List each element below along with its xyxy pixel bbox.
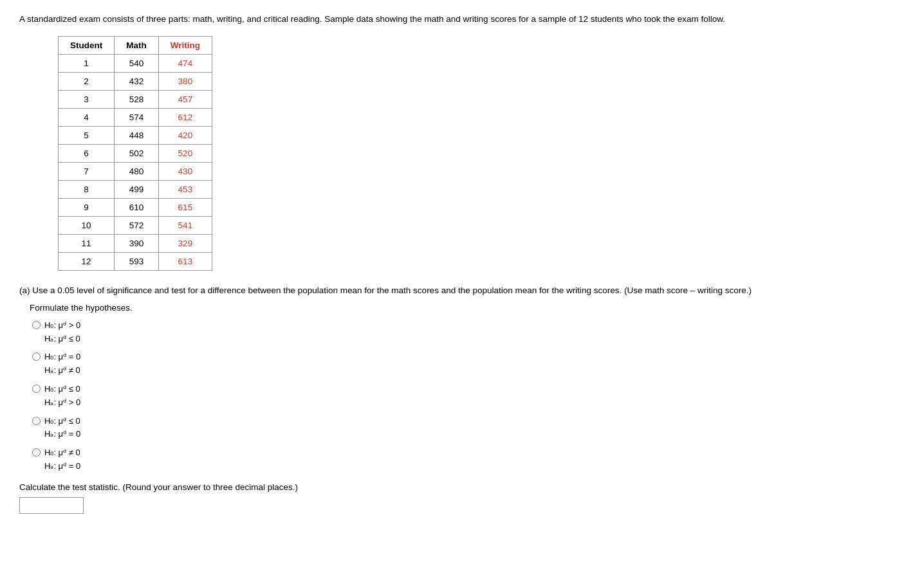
cell-writing: 457	[158, 91, 212, 109]
hypothesis-option-1: H₀: μᵈ > 0Hₐ: μᵈ ≤ 0	[32, 319, 905, 346]
h0-text-4: H₀: μᵈ ≤ 0	[44, 415, 80, 428]
calc-label: Calculate the test statistic. (Round you…	[19, 482, 905, 492]
hypothesis-radio-4[interactable]	[32, 417, 41, 425]
cell-student: 5	[59, 127, 115, 145]
cell-writing: 612	[158, 109, 212, 127]
cell-writing: 453	[158, 181, 212, 199]
cell-math: 540	[115, 55, 159, 73]
cell-writing: 329	[158, 235, 212, 253]
cell-student: 6	[59, 145, 115, 163]
data-table: Student Math Writing 1540474243238035284…	[58, 36, 212, 271]
table-row: 5448420	[59, 127, 212, 145]
cell-math: 499	[115, 181, 159, 199]
h0-text-5: H₀: μᵈ ≠ 0	[44, 446, 80, 460]
cell-student: 10	[59, 217, 115, 235]
cell-student: 8	[59, 181, 115, 199]
hypothesis-radio-1[interactable]	[32, 321, 41, 329]
hypotheses-group: H₀: μᵈ > 0Hₐ: μᵈ ≤ 0H₀: μᵈ = 0Hₐ: μᵈ ≠ 0…	[32, 319, 905, 473]
table-row: 4574612	[59, 109, 212, 127]
table-row: 3528457	[59, 91, 212, 109]
cell-math: 528	[115, 91, 159, 109]
cell-writing: 430	[158, 163, 212, 181]
part-a-label: (a) Use a 0.05 level of significance and…	[19, 284, 905, 298]
cell-math: 593	[115, 253, 159, 271]
col-header-student: Student	[59, 37, 115, 55]
h0-text-3: H₀: μᵈ ≤ 0	[44, 383, 80, 396]
table-row: 1540474	[59, 55, 212, 73]
cell-student: 11	[59, 235, 115, 253]
ha-text-3: Hₐ: μᵈ > 0	[44, 396, 80, 410]
cell-student: 4	[59, 109, 115, 127]
cell-writing: 420	[158, 127, 212, 145]
cell-math: 610	[115, 199, 159, 217]
intro-text: A standardized exam consists of three pa…	[19, 13, 905, 26]
hypothesis-option-2: H₀: μᵈ = 0Hₐ: μᵈ ≠ 0	[32, 350, 905, 378]
cell-math: 480	[115, 163, 159, 181]
cell-student: 12	[59, 253, 115, 271]
h0-text-2: H₀: μᵈ = 0	[44, 350, 80, 364]
col-header-writing: Writing	[158, 37, 212, 55]
cell-writing: 474	[158, 55, 212, 73]
table-row: 11390329	[59, 235, 212, 253]
ha-text-1: Hₐ: μᵈ ≤ 0	[44, 332, 80, 346]
cell-math: 432	[115, 73, 159, 91]
cell-writing: 613	[158, 253, 212, 271]
table-row: 6502520	[59, 145, 212, 163]
test-statistic-input[interactable]	[19, 497, 84, 514]
cell-math: 574	[115, 109, 159, 127]
col-header-math: Math	[115, 37, 159, 55]
cell-math: 390	[115, 235, 159, 253]
table-row: 10572541	[59, 217, 212, 235]
hypothesis-radio-5[interactable]	[32, 448, 41, 457]
ha-text-4: Hₐ: μᵈ = 0	[44, 428, 80, 441]
cell-student: 7	[59, 163, 115, 181]
cell-writing: 380	[158, 73, 212, 91]
hypothesis-option-5: H₀: μᵈ ≠ 0Hₐ: μᵈ = 0	[32, 446, 905, 473]
table-row: 2432380	[59, 73, 212, 91]
cell-math: 448	[115, 127, 159, 145]
hypothesis-option-3: H₀: μᵈ ≤ 0Hₐ: μᵈ > 0	[32, 383, 905, 410]
hypothesis-radio-2[interactable]	[32, 352, 41, 361]
cell-writing: 615	[158, 199, 212, 217]
cell-writing: 541	[158, 217, 212, 235]
data-table-container: Student Math Writing 1540474243238035284…	[58, 36, 905, 271]
table-row: 9610615	[59, 199, 212, 217]
cell-math: 502	[115, 145, 159, 163]
hypothesis-option-4: H₀: μᵈ ≤ 0Hₐ: μᵈ = 0	[32, 415, 905, 442]
cell-student: 2	[59, 73, 115, 91]
hypothesis-radio-3[interactable]	[32, 385, 41, 393]
cell-student: 3	[59, 91, 115, 109]
cell-writing: 520	[158, 145, 212, 163]
cell-student: 9	[59, 199, 115, 217]
cell-math: 572	[115, 217, 159, 235]
cell-student: 1	[59, 55, 115, 73]
table-row: 8499453	[59, 181, 212, 199]
calc-section: Calculate the test statistic. (Round you…	[19, 482, 905, 514]
ha-text-5: Hₐ: μᵈ = 0	[44, 460, 80, 473]
table-row: 12593613	[59, 253, 212, 271]
h0-text-1: H₀: μᵈ > 0	[44, 319, 80, 332]
ha-text-2: Hₐ: μᵈ ≠ 0	[44, 364, 80, 378]
table-row: 7480430	[59, 163, 212, 181]
formulate-label: Formulate the hypotheses.	[30, 303, 905, 313]
